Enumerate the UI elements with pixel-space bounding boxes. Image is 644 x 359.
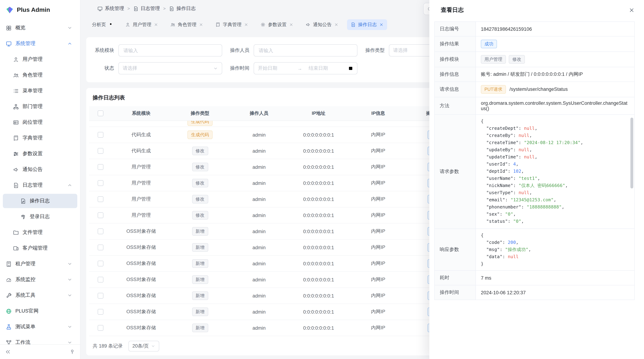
table-row[interactable]: 用户管理 修改 admin 0:0:0:0:0:0:0:1 内网IP 成功	[89, 175, 463, 191]
sidebar-item-menu-management[interactable]: 菜单管理	[3, 84, 77, 98]
sidebar-item-notice[interactable]: 通知公告	[3, 162, 77, 177]
cell-ip: 0:0:0:0:0:0:0:1	[288, 320, 349, 336]
select-all-checkbox[interactable]	[98, 111, 104, 116]
cell-module: 用户管理	[112, 207, 170, 223]
table-header-row: 系统模块 操作类型 操作人员 IP地址 IP信息 操作状态	[89, 106, 463, 121]
tab-dict-management[interactable]: 字典管理	[212, 19, 252, 30]
detail-label: 日志编号	[434, 22, 476, 36]
table-row[interactable]: OSS对象存储 新增 admin 0:0:0:0:0:0:0:1 内网IP 成功	[89, 256, 463, 272]
row-checkbox[interactable]	[98, 132, 104, 138]
pin-icon[interactable]	[108, 22, 113, 27]
sidebar-item-system-monitor[interactable]: 系统监控	[3, 273, 77, 287]
megaphone-icon	[306, 22, 310, 27]
sidebar-item-login-log[interactable]: 登录日志	[3, 210, 77, 224]
tab-label: 用户管理	[133, 21, 151, 28]
tab-user-management[interactable]: 用户管理	[122, 19, 162, 30]
cell-operator: admin	[230, 143, 288, 159]
detail-row-request: 请求信息 PUT请求/system/user/changeStatus	[434, 82, 634, 97]
operation-time-range-picker[interactable]: 开始日期 → 结束日期	[254, 62, 358, 74]
tab-label: 角色管理	[178, 21, 196, 28]
sidebar-item-tenant-management[interactable]: 租户管理	[3, 257, 77, 271]
row-checkbox[interactable]	[98, 164, 104, 170]
hamburger-menu-icon[interactable]	[86, 5, 92, 12]
page-size-select[interactable]: 20条/页	[128, 341, 159, 352]
sidebar-item-param-settings[interactable]: 参数设置	[3, 147, 77, 161]
action-badge: 修改	[192, 195, 208, 203]
sidebar-item-post-management[interactable]: 岗位管理	[3, 115, 77, 129]
operation-time-label: 操作时间	[230, 65, 249, 71]
table-row[interactable]: OSS对象存储 新增 admin 0:0:0:0:0:0:0:1 内网IP 成功	[89, 304, 463, 320]
row-checkbox[interactable]	[98, 229, 104, 234]
row-checkbox[interactable]	[98, 309, 104, 315]
tab-analysis[interactable]: 分析页	[88, 19, 117, 30]
row-checkbox[interactable]	[98, 212, 104, 218]
breadcrumb-separator: >	[163, 6, 166, 11]
table-row[interactable]: OSS对象存储 新增 admin 0:0:0:0:0:0:0:1 内网IP 成功	[89, 288, 463, 304]
sidebar-item-label: 租户管理	[16, 261, 36, 267]
cell-ip-info: 内网IP	[349, 256, 408, 272]
table-row[interactable]: 用户管理 修改 admin 0:0:0:0:0:0:0:1 内网IP 成功	[89, 191, 463, 207]
close-icon[interactable]	[244, 22, 248, 27]
sidebar-item-test-menu[interactable]: 测试菜单	[3, 320, 77, 334]
detail-label: 响应参数	[434, 229, 476, 271]
sidebar-item-system-management[interactable]: 系统管理	[3, 36, 77, 51]
table-row[interactable]: OSS对象存储 新增 admin 0:0:0:0:0:0:0:1 内网IP 成功	[89, 272, 463, 288]
row-checkbox[interactable]	[98, 180, 104, 186]
breadcrumb-item-operation-log[interactable]: 操作日志	[169, 5, 196, 12]
document-icon	[133, 6, 138, 11]
operator-input[interactable]	[258, 47, 353, 53]
row-checkbox[interactable]	[98, 293, 104, 299]
pin-sidebar-icon[interactable]	[70, 349, 75, 355]
sidebar-item-overview[interactable]: 概览	[3, 21, 77, 35]
table-row[interactable]: 代码生成 生成代码 admin 0:0:0:0:0:0:0:1 内网IP 成功	[89, 127, 463, 143]
close-icon[interactable]	[154, 22, 158, 27]
sidebar-item-role-management[interactable]: 角色管理	[3, 68, 77, 82]
row-checkbox[interactable]	[98, 196, 104, 202]
action-badge: 修改	[192, 147, 208, 155]
breadcrumb-item-system[interactable]: 系统管理	[97, 5, 124, 12]
row-checkbox[interactable]	[98, 325, 104, 331]
sidebar-item-system-tools[interactable]: 系统工具	[3, 288, 77, 303]
sidebar-item-plus-website[interactable]: PLUS官网	[3, 304, 77, 318]
tab-operation-log[interactable]: 操作日志	[347, 19, 387, 30]
row-checkbox[interactable]	[98, 148, 104, 154]
book-icon	[13, 135, 19, 141]
tab-param-settings[interactable]: 参数设置	[257, 19, 297, 30]
row-checkbox[interactable]	[98, 277, 104, 283]
tab-role-management[interactable]: 角色管理	[167, 19, 207, 30]
table-row[interactable]: OSS对象存储 新增 admin 0:0:0:0:0:0:0:1 内网IP 成功	[89, 320, 463, 336]
request-params-code[interactable]: { "createDept": null, "createBy": null, …	[476, 115, 634, 229]
tab-notice[interactable]: 通知公告	[302, 19, 342, 30]
monitor-icon	[6, 40, 12, 47]
breadcrumb-item-log-management[interactable]: 日志管理	[133, 5, 160, 12]
status-select[interactable]: 请选择	[118, 62, 222, 74]
table-row[interactable]: OSS对象存储 新增 admin 0:0:0:0:0:0:0:1 内网IP 成功	[89, 223, 463, 239]
close-icon[interactable]	[289, 22, 294, 27]
table-row[interactable]: OSS对象存储 新增 admin 0:0:0:0:0:0:0:1 内网IP 成功	[89, 239, 463, 256]
sidebar-item-operation-log[interactable]: 操作日志	[3, 194, 77, 208]
row-checkbox[interactable]	[98, 245, 104, 250]
document-icon	[350, 22, 356, 27]
close-icon[interactable]	[628, 7, 635, 13]
sidebar-item-dict-management[interactable]: 字典管理	[3, 131, 77, 145]
close-icon[interactable]	[199, 22, 203, 27]
sidebar-item-label: 系统监控	[16, 276, 36, 283]
close-icon[interactable]	[334, 22, 338, 27]
collapse-sidebar-icon[interactable]	[5, 349, 11, 355]
system-module-input[interactable]	[123, 47, 218, 53]
scrollbar-thumb[interactable]	[630, 118, 633, 188]
sidebar-item-client-management[interactable]: 客户端管理	[3, 241, 77, 255]
sidebar-item-dept-management[interactable]: 部门管理	[3, 99, 77, 114]
sidebar-item-user-management[interactable]: 用户管理	[3, 52, 77, 66]
table-row[interactable]: 代码生成 修改 admin 0:0:0:0:0:0:0:1 内网IP 成功	[89, 143, 463, 159]
cell-module: 用户管理	[112, 191, 170, 207]
close-icon[interactable]	[379, 22, 384, 27]
log-detail-table: 日志编号 1842781986426159106 操作结果 成功 操作模块 用户…	[434, 21, 635, 300]
cell-module: 用户管理	[112, 159, 170, 175]
table-row[interactable]: 用户管理 修改 admin 0:0:0:0:0:0:0:1 内网IP 成功	[89, 207, 463, 223]
app-logo[interactable]: Plus Admin	[0, 0, 80, 20]
table-row[interactable]: 用户管理 修改 admin 0:0:0:0:0:0:0:1 内网IP 成功	[89, 159, 463, 175]
row-checkbox[interactable]	[98, 261, 104, 266]
sidebar-item-file-management[interactable]: 文件管理	[3, 225, 77, 240]
sidebar-item-log-management[interactable]: 日志管理	[3, 178, 77, 192]
